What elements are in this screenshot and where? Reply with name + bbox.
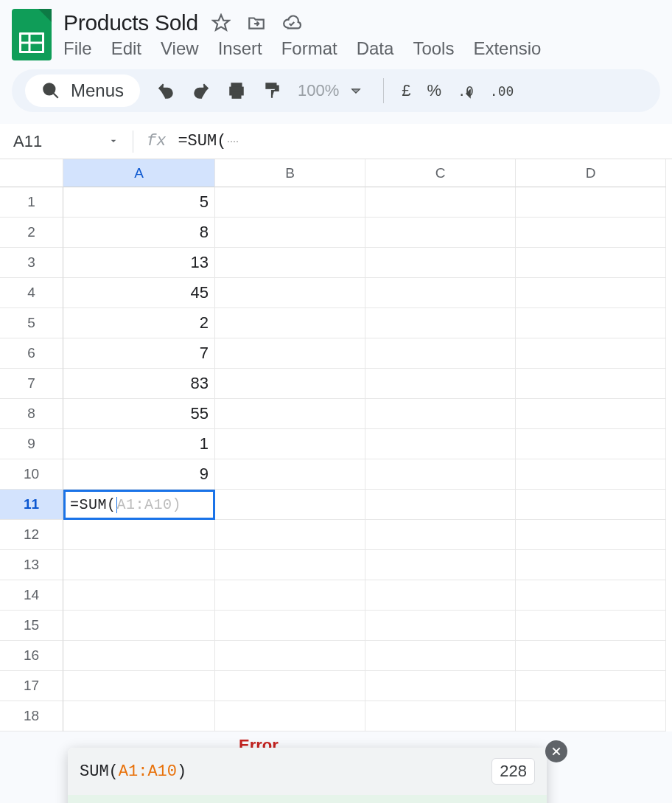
cell[interactable] [215, 369, 365, 399]
cell[interactable] [215, 611, 365, 641]
row-header[interactable]: 17 [0, 671, 63, 701]
cell[interactable] [365, 187, 516, 218]
cell[interactable] [516, 399, 666, 429]
cell[interactable] [215, 580, 365, 611]
row-header[interactable]: 7 [0, 369, 63, 399]
cell[interactable] [516, 490, 666, 520]
cell[interactable] [365, 671, 516, 701]
cell[interactable] [365, 580, 516, 611]
cell[interactable] [365, 701, 516, 731]
cell[interactable] [215, 338, 365, 369]
row-header[interactable]: 4 [0, 278, 63, 308]
currency-format-button[interactable]: £ [402, 81, 410, 100]
cell[interactable] [365, 399, 516, 429]
menus-search[interactable]: Menus [25, 74, 140, 107]
formula-signature-row[interactable]: SUM(value1, [value2, …]) [68, 795, 547, 803]
formula-bar-input[interactable]: =SUM( [178, 132, 238, 150]
percent-format-button[interactable]: % [427, 81, 442, 100]
redo-button[interactable] [192, 81, 211, 100]
cell[interactable] [215, 278, 365, 308]
row-header[interactable]: 6 [0, 338, 63, 369]
row-header[interactable]: 16 [0, 641, 63, 671]
cell[interactable] [365, 308, 516, 338]
cell[interactable] [215, 308, 365, 338]
row-header[interactable]: 5 [0, 308, 63, 338]
cell[interactable] [215, 701, 365, 731]
menu-extensions[interactable]: Extensio [473, 38, 541, 59]
paint-format-button[interactable] [262, 81, 281, 100]
decrease-decimal-button[interactable]: .0 [458, 83, 474, 99]
row-header[interactable]: 13 [0, 550, 63, 580]
cell[interactable] [516, 550, 666, 580]
menu-edit[interactable]: Edit [111, 38, 141, 59]
cell[interactable] [365, 248, 516, 278]
cell[interactable] [215, 641, 365, 671]
cell[interactable] [365, 429, 516, 459]
cell[interactable]: 13 [63, 248, 215, 278]
menu-insert[interactable]: Insert [218, 38, 262, 59]
menu-data[interactable]: Data [357, 38, 394, 59]
cell[interactable] [365, 369, 516, 399]
zoom-dropdown[interactable]: 100% [298, 81, 365, 100]
cell[interactable] [215, 429, 365, 459]
cell[interactable] [63, 611, 215, 641]
cell[interactable] [63, 520, 215, 550]
column-header-A[interactable]: A [63, 159, 215, 187]
cell[interactable] [365, 459, 516, 490]
cell[interactable] [215, 490, 365, 520]
cell[interactable]: 2 [63, 308, 215, 338]
row-header[interactable]: 12 [0, 520, 63, 550]
cell[interactable]: 45 [63, 278, 215, 308]
menu-view[interactable]: View [161, 38, 199, 59]
increase-decimal-button[interactable]: .00 [490, 83, 514, 99]
cell[interactable] [63, 671, 215, 701]
cell[interactable] [215, 187, 365, 218]
cell[interactable] [516, 248, 666, 278]
cell[interactable] [63, 701, 215, 731]
cell[interactable] [365, 641, 516, 671]
cell[interactable] [516, 369, 666, 399]
cell[interactable] [215, 520, 365, 550]
cell[interactable]: 83 [63, 369, 215, 399]
cell[interactable] [215, 459, 365, 490]
cell[interactable]: 55 [63, 399, 215, 429]
menu-file[interactable]: File [63, 38, 92, 59]
cell[interactable] [215, 218, 365, 248]
cell[interactable] [516, 278, 666, 308]
cell[interactable] [516, 459, 666, 490]
cell[interactable] [516, 308, 666, 338]
row-header[interactable]: 11 [0, 490, 63, 520]
row-header[interactable]: 8 [0, 399, 63, 429]
cell[interactable] [215, 248, 365, 278]
cell[interactable] [63, 550, 215, 580]
star-icon[interactable] [211, 13, 231, 32]
spreadsheet-grid[interactable]: A B C D 152831344552677838559110911=SUM(… [0, 159, 672, 731]
cell[interactable] [516, 429, 666, 459]
menu-format[interactable]: Format [281, 38, 337, 59]
cell[interactable] [63, 641, 215, 671]
name-box[interactable]: A11 [7, 132, 133, 151]
cell[interactable]: =SUM(A1:A10) [63, 490, 215, 520]
cell[interactable] [365, 611, 516, 641]
row-header[interactable]: 14 [0, 580, 63, 611]
sheets-app-icon[interactable] [12, 9, 52, 60]
select-all-corner[interactable] [0, 159, 63, 187]
cell[interactable] [516, 611, 666, 641]
cell[interactable] [365, 520, 516, 550]
cell[interactable] [516, 338, 666, 369]
row-header[interactable]: 3 [0, 248, 63, 278]
column-header-C[interactable]: C [365, 159, 516, 187]
row-header[interactable]: 10 [0, 459, 63, 490]
cell[interactable] [215, 399, 365, 429]
row-header[interactable]: 1 [0, 187, 63, 218]
cell[interactable] [516, 671, 666, 701]
cell[interactable]: 8 [63, 218, 215, 248]
cell[interactable] [516, 701, 666, 731]
print-button[interactable] [227, 81, 246, 100]
cell[interactable]: 7 [63, 338, 215, 369]
cell[interactable] [215, 671, 365, 701]
column-header-D[interactable]: D [516, 159, 666, 187]
menu-tools[interactable]: Tools [413, 38, 454, 59]
row-header[interactable]: 18 [0, 701, 63, 731]
row-header[interactable]: 2 [0, 218, 63, 248]
